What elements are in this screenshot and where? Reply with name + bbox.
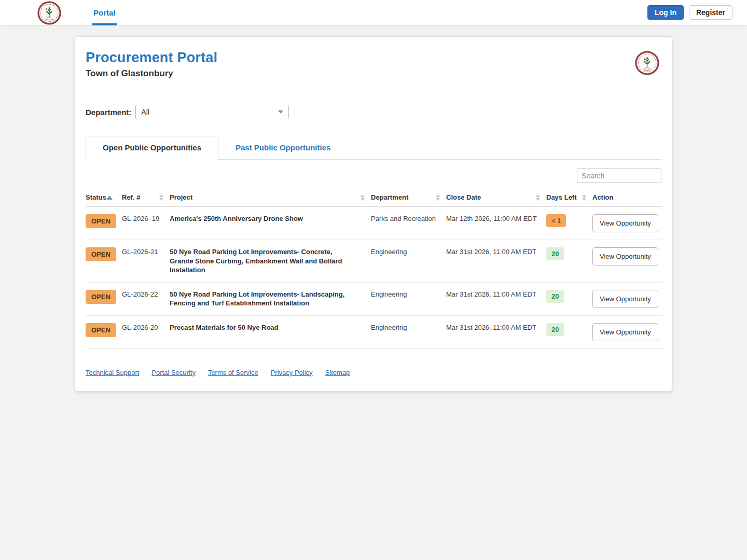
status-badge: OPEN bbox=[86, 247, 116, 261]
link-terms-of-service[interactable]: Terms of Service bbox=[208, 369, 258, 376]
ref-number: GL-2026-22 bbox=[122, 282, 170, 315]
table-row: OPEN GL-2026–19 America's 250th Annivers… bbox=[86, 207, 662, 240]
nav-tab-portal-label: Portal bbox=[93, 8, 116, 17]
tab-open-public-opportunities[interactable]: Open Public Opportunities bbox=[86, 136, 218, 160]
project-name: 50 Nye Road Parking Lot Improvements- La… bbox=[170, 282, 371, 315]
nav-active-underline bbox=[92, 23, 117, 25]
ref-number: GL-2026-20 bbox=[122, 315, 170, 348]
link-sitemap[interactable]: Sitemap bbox=[325, 369, 350, 376]
status-badge: OPEN bbox=[86, 214, 116, 228]
department-select-value: All bbox=[141, 108, 149, 116]
table-row: OPEN GL-2026-22 50 Nye Road Parking Lot … bbox=[86, 282, 662, 315]
register-button[interactable]: Register bbox=[689, 5, 732, 20]
nav-tab-portal[interactable]: Portal bbox=[93, 0, 116, 25]
column-header-ref[interactable]: Ref. # bbox=[122, 189, 170, 207]
link-privacy-policy[interactable]: Privacy Policy bbox=[271, 369, 313, 376]
town-seal-logo bbox=[37, 1, 61, 25]
link-technical-support[interactable]: Technical Support bbox=[86, 369, 139, 376]
days-left-badge: 20 bbox=[546, 323, 564, 336]
town-seal-logo bbox=[635, 51, 659, 75]
opportunities-table: Status Ref. # Project Department Close D… bbox=[86, 189, 662, 349]
page-title: Procurement Portal bbox=[86, 50, 217, 66]
column-header-status[interactable]: Status bbox=[86, 189, 122, 207]
column-header-project[interactable]: Project bbox=[170, 189, 371, 207]
sort-ascending-icon bbox=[106, 195, 113, 200]
department-filter-label: Department: bbox=[86, 108, 131, 117]
status-badge: OPEN bbox=[86, 323, 116, 337]
ref-number: GL-2026–19 bbox=[122, 207, 170, 240]
tab-past-public-opportunities[interactable]: Past Public Opportunities bbox=[218, 136, 348, 159]
sort-icon bbox=[361, 194, 365, 201]
login-button[interactable]: Log In bbox=[647, 5, 684, 20]
sort-icon bbox=[436, 194, 440, 201]
table-row: OPEN GL-2026-21 50 Nye Road Parking Lot … bbox=[86, 240, 662, 283]
view-opportunity-button[interactable]: View Opportunity bbox=[592, 323, 658, 341]
close-date: Mar 12th 2026, 11:00 AM EDT bbox=[446, 207, 546, 240]
ref-number: GL-2026-21 bbox=[122, 240, 170, 283]
chevron-down-icon bbox=[278, 110, 283, 114]
search-input[interactable] bbox=[577, 169, 661, 183]
column-header-action: Action bbox=[592, 189, 662, 207]
link-portal-security[interactable]: Portal Security bbox=[151, 369, 196, 376]
view-opportunity-button[interactable]: View Opportunity bbox=[592, 290, 658, 308]
project-name: Precast Materials for 50 Nye Road bbox=[170, 315, 371, 348]
view-opportunity-button[interactable]: View Opportunity bbox=[592, 247, 658, 265]
close-date: Mar 31st 2026, 11:00 AM EDT bbox=[446, 240, 546, 283]
days-left-badge: 20 bbox=[546, 290, 564, 303]
close-date: Mar 31st 2026, 11:00 AM EDT bbox=[446, 282, 546, 315]
status-badge: OPEN bbox=[86, 290, 116, 304]
department: Engineering bbox=[371, 315, 446, 348]
table-row: OPEN GL-2026-20 Precast Materials for 50… bbox=[86, 315, 662, 348]
project-name: America's 250th Anniversary Drone Show bbox=[170, 207, 371, 240]
department-select[interactable]: All bbox=[135, 105, 289, 119]
top-navigation-bar: Portal Log In Register bbox=[0, 0, 747, 25]
project-name: 50 Nye Road Parking Lot Improvements- Co… bbox=[170, 240, 371, 283]
view-opportunity-button[interactable]: View Opportunity bbox=[592, 214, 658, 232]
sort-icon bbox=[536, 194, 540, 201]
opportunities-tabs: Open Public Opportunities Past Public Op… bbox=[86, 136, 661, 160]
procurement-portal-card: Procurement Portal Town of Glastonbury D… bbox=[75, 36, 672, 391]
days-left-badge: 20 bbox=[546, 247, 564, 260]
department: Engineering bbox=[371, 282, 446, 315]
department: Parks and Recreation bbox=[371, 207, 446, 240]
department: Engineering bbox=[371, 240, 446, 283]
footer-links: Technical Support Portal Security Terms … bbox=[86, 369, 661, 376]
days-left-badge: < 1 bbox=[546, 214, 566, 227]
column-header-days-left[interactable]: Days Left bbox=[546, 189, 592, 207]
close-date: Mar 31st 2026, 11:00 AM EDT bbox=[446, 315, 546, 348]
column-header-close-date[interactable]: Close Date bbox=[446, 189, 546, 207]
page-subtitle: Town of Glastonbury bbox=[86, 68, 217, 79]
sort-icon bbox=[582, 194, 586, 201]
sort-icon bbox=[159, 194, 163, 201]
column-header-department[interactable]: Department bbox=[371, 189, 446, 207]
